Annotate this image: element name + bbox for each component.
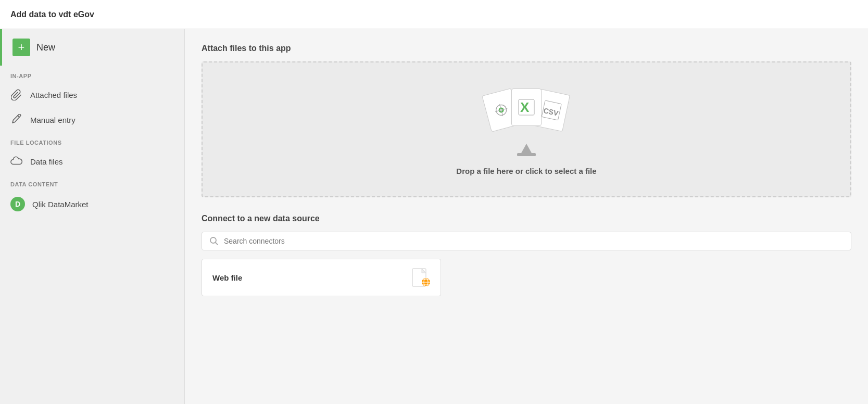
svg-text:X: X (520, 99, 530, 115)
search-connectors-input[interactable] (224, 237, 844, 245)
svg-rect-9 (517, 153, 536, 156)
sidebar-item-qlik-datamarket[interactable]: D Qlik DataMarket (0, 191, 184, 218)
web-file-label: Web file (212, 273, 242, 282)
pencil-icon (10, 113, 23, 126)
paperclip-icon (10, 89, 23, 101)
sidebar-item-attached-files[interactable]: Attached files (0, 82, 184, 107)
app-title: Add data to vdt eGov (10, 10, 94, 19)
main-content: Attach files to this app (185, 29, 868, 404)
app-header: Add data to vdt eGov (0, 0, 868, 29)
new-plus-icon: + (12, 39, 30, 56)
drop-zone-text: Drop a file here or click to select a fi… (456, 167, 596, 175)
search-icon (209, 236, 219, 246)
attach-section-title: Attach files to this app (202, 44, 851, 53)
search-connectors-box[interactable] (202, 232, 851, 250)
web-file-connector[interactable]: Web file (202, 259, 441, 296)
file-locations-section-label: FILE LOCATIONS (0, 132, 184, 149)
sidebar: + New IN-APP Attached files Manual entry (0, 29, 185, 404)
new-label: New (36, 42, 55, 53)
data-content-section-label: DATA CONTENT (0, 174, 184, 191)
drop-zone-illustration: X CSV (481, 83, 572, 130)
sidebar-item-manual-entry[interactable]: Manual entry (0, 107, 184, 132)
connect-section-title: Connect to a new data source (202, 214, 851, 223)
cloud-icon (10, 155, 23, 168)
manual-entry-label: Manual entry (30, 116, 76, 124)
qlik-icon: D (10, 197, 25, 211)
svg-line-12 (216, 243, 218, 245)
file-drop-zone[interactable]: X CSV Drop a file here or clic (202, 61, 851, 197)
file-card-middle: X (511, 89, 542, 126)
web-file-icon (410, 268, 430, 287)
main-layout: + New IN-APP Attached files Manual entry (0, 29, 868, 404)
upload-arrow-icon (517, 144, 536, 159)
data-files-label: Data files (30, 157, 63, 166)
in-app-section-label: IN-APP (0, 66, 184, 82)
qlik-datamarket-label: Qlik DataMarket (32, 200, 89, 209)
new-button[interactable]: + New (0, 29, 184, 66)
svg-marker-10 (521, 144, 532, 153)
sidebar-item-data-files[interactable]: Data files (0, 149, 184, 174)
attached-files-label: Attached files (30, 91, 77, 99)
